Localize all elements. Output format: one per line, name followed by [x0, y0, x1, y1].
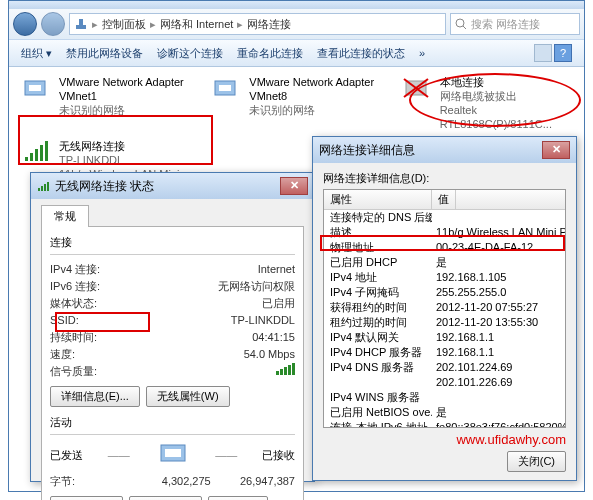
property-value: [432, 210, 565, 225]
dialog-titlebar[interactable]: 无线网络连接 状态 ✕: [31, 173, 314, 199]
property-name: IPv4 默认网关: [324, 330, 432, 345]
property-value: 202.101.224.69: [432, 360, 565, 375]
breadcrumb-item[interactable]: 网络和 Internet: [160, 17, 233, 32]
details-row[interactable]: 物理地址00-23-4E-DA-FA-12: [324, 240, 565, 255]
watermark-text: www.ufidawhy.com: [323, 432, 566, 447]
adapter-vmnet8[interactable]: VMware Network Adapter VMnet8 未识别的网络: [211, 75, 381, 131]
value: Internet: [150, 261, 295, 278]
close-button[interactable]: ✕: [280, 177, 308, 195]
more-button[interactable]: »: [413, 45, 431, 61]
details-row[interactable]: 202.101.226.69: [324, 375, 565, 390]
adapter-status: 未识别的网络: [59, 103, 184, 117]
adapter-status: TP-LINKDDL: [59, 153, 196, 167]
property-name: IPv4 WINS 服务器: [324, 390, 432, 405]
col-property[interactable]: 属性: [324, 190, 432, 209]
details-row[interactable]: IPv4 DNS 服务器202.101.224.69: [324, 360, 565, 375]
property-value: 192.168.1.1: [432, 345, 565, 360]
label: SSID:: [50, 312, 150, 329]
details-row[interactable]: IPv4 WINS 服务器: [324, 390, 565, 405]
details-row[interactable]: 连接-本地 IPv6 地址fe80::38e3:f76:cfd0:5820%13: [324, 420, 565, 428]
breadcrumb[interactable]: ▸ 控制面板 ▸ 网络和 Internet ▸ 网络连接: [69, 13, 446, 35]
property-value: 202.101.226.69: [432, 375, 565, 390]
details-row[interactable]: IPv4 默认网关192.168.1.1: [324, 330, 565, 345]
label: 信号质量:: [50, 363, 150, 380]
adapter-device: Realtek RTL8168C(P)/8111C...: [440, 103, 572, 131]
adapter-icon: [211, 75, 243, 103]
property-value: 192.168.1.1: [432, 330, 565, 345]
col-value[interactable]: 值: [432, 190, 456, 209]
connection-details-dialog: 网络连接详细信息 ✕ 网络连接详细信息(D): 属性 值 连接特定的 DNS 后…: [312, 136, 577, 481]
dialog-title-text: 无线网络连接 状态: [55, 178, 154, 195]
breadcrumb-item[interactable]: 控制面板: [102, 17, 146, 32]
svg-rect-12: [30, 153, 33, 161]
rename-button[interactable]: 重命名此连接: [231, 44, 309, 63]
dialog-title-text: 网络连接详细信息: [319, 142, 415, 159]
details-row[interactable]: 已启用 NetBIOS ove...是: [324, 405, 565, 420]
label: 字节:: [50, 473, 150, 490]
property-value: 255.255.255.0: [432, 285, 565, 300]
svg-rect-0: [76, 25, 86, 29]
received-label: 已接收: [262, 448, 295, 463]
details-row[interactable]: 租约过期的时间2012-11-20 13:55:30: [324, 315, 565, 330]
breadcrumb-item[interactable]: 网络连接: [247, 17, 291, 32]
details-button[interactable]: 详细信息(E)...: [50, 386, 140, 407]
view-options[interactable]: ?: [528, 42, 578, 64]
value: 04:41:15: [150, 329, 295, 346]
view-status-button[interactable]: 查看此连接的状态: [311, 44, 411, 63]
details-row[interactable]: IPv4 子网掩码255.255.255.0: [324, 285, 565, 300]
svg-rect-14: [40, 145, 43, 161]
value: 无网络访问权限: [150, 278, 295, 295]
properties-button[interactable]: 属性(P): [50, 496, 123, 500]
section-activity: 活动: [50, 415, 295, 430]
view-icon: [534, 44, 552, 62]
close-button[interactable]: 关闭(C): [507, 451, 566, 472]
value: 54.0 Mbps: [150, 346, 295, 363]
property-name: 已启用 DHCP: [324, 255, 432, 270]
adapter-status: 未识别的网络: [249, 103, 374, 117]
details-row[interactable]: 已启用 DHCP是: [324, 255, 565, 270]
section-connection: 连接: [50, 235, 295, 250]
adapter-name: VMware Network Adapter: [249, 75, 374, 89]
details-row[interactable]: 获得租约的时间2012-11-20 07:55:27: [324, 300, 565, 315]
diagnose-button[interactable]: 诊断这个连接: [151, 44, 229, 63]
tab-general[interactable]: 常规: [41, 205, 89, 227]
property-name: 已启用 NetBIOS ove...: [324, 405, 432, 420]
disable-device-button[interactable]: 禁用此网络设备: [60, 44, 149, 63]
label: 媒体状态:: [50, 295, 150, 312]
details-label: 网络连接详细信息(D):: [323, 171, 566, 186]
property-value: 11b/g Wireless LAN Mini PCI Ex: [432, 225, 565, 240]
svg-rect-15: [45, 141, 48, 161]
adapter-name: 无线网络连接: [59, 139, 196, 153]
svg-rect-7: [219, 85, 231, 91]
back-button[interactable]: [13, 12, 37, 36]
details-row[interactable]: IPv4 地址192.168.1.105: [324, 270, 565, 285]
adapter-name: VMware Network Adapter: [59, 75, 184, 89]
svg-rect-18: [44, 184, 46, 191]
network-icon: [74, 17, 88, 31]
svg-rect-5: [29, 85, 41, 91]
details-header: 属性 值: [324, 190, 565, 210]
forward-button[interactable]: [41, 12, 65, 36]
property-value: 2012-11-20 07:55:27: [432, 300, 565, 315]
bytes-received: 26,947,387: [223, 473, 296, 490]
label: IPv6 连接:: [50, 278, 150, 295]
svg-rect-19: [47, 182, 49, 191]
svg-rect-16: [38, 188, 40, 191]
tabs: 常规: [41, 205, 304, 227]
adapter-local[interactable]: 本地连接 网络电缆被拔出 Realtek RTL8168C(P)/8111C..…: [402, 75, 572, 131]
organize-menu[interactable]: 组织 ▾: [15, 44, 58, 63]
disable-button[interactable]: 禁用(D): [129, 496, 202, 500]
dialog-titlebar[interactable]: 网络连接详细信息 ✕: [313, 137, 576, 163]
property-name: IPv4 地址: [324, 270, 432, 285]
wireless-status-dialog: 无线网络连接 状态 ✕ 常规 连接 IPv4 连接:Internet IPv6 …: [30, 172, 315, 482]
details-row[interactable]: 连接特定的 DNS 后缀: [324, 210, 565, 225]
search-input[interactable]: 搜索 网络连接: [450, 13, 580, 35]
property-name: IPv4 DNS 服务器: [324, 360, 432, 375]
details-row[interactable]: 描述11b/g Wireless LAN Mini PCI Ex: [324, 225, 565, 240]
diagnose-button[interactable]: 诊断(G): [208, 496, 268, 500]
close-button[interactable]: ✕: [542, 141, 570, 159]
property-name: 连接特定的 DNS 后缀: [324, 210, 432, 225]
adapter-vmnet1[interactable]: VMware Network Adapter VMnet1 未识别的网络: [21, 75, 191, 131]
details-row[interactable]: IPv4 DHCP 服务器192.168.1.1: [324, 345, 565, 360]
wireless-properties-button[interactable]: 无线属性(W): [146, 386, 230, 407]
